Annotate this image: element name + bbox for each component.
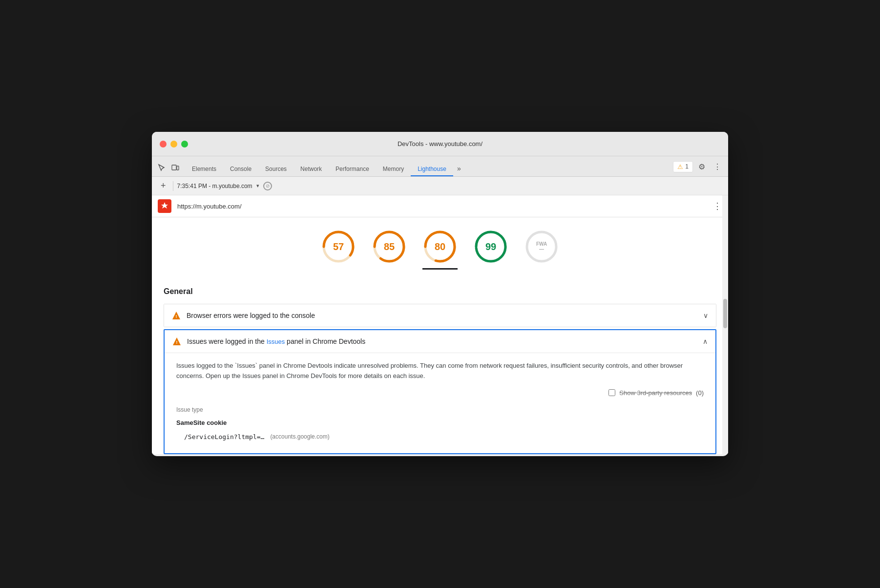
issue-type-header: Issue type [176,404,704,417]
svg-rect-1 [177,166,179,170]
svg-text:!: ! [176,340,178,345]
score-99-value: 99 [485,241,496,252]
subbar-url: 7:35:41 PM - m.youtube.com [177,183,252,189]
more-options-button[interactable]: ⋮ [711,160,724,173]
warning-triangle-icon-2: ! [172,337,181,346]
scores-section: 57 85 [152,217,728,277]
samesite-header: SameSite cookie [176,417,704,430]
lighthouse-url: https://m.youtube.com/ [177,203,713,210]
score-57-circle: 57 [321,229,356,264]
main-content: https://m.youtube.com/ ⋮ 57 [152,195,728,454]
general-title: General [164,277,716,304]
url-row: /ServiceLogin?ltmpl=… (accounts.google.c… [176,430,704,443]
more-tabs-button[interactable]: » [453,162,465,176]
scrollbar-thumb[interactable] [723,299,727,328]
close-button[interactable] [160,141,167,147]
tab-sources[interactable]: Sources [258,156,293,176]
cursor-icon[interactable] [156,162,168,173]
divider [173,181,173,191]
tab-lighthouse[interactable]: Lighthouse [411,156,453,176]
svg-rect-0 [172,165,176,170]
tab-network[interactable]: Network [293,156,329,176]
active-score-underline [422,268,458,270]
third-party-label: Show 3rd-party resources [619,389,692,397]
lighthouse-header: https://m.youtube.com/ ⋮ [152,195,728,217]
score-80-value: 80 [435,241,445,252]
new-tab-button[interactable]: + [158,180,169,192]
window-title: DevTools - www.youtube.com/ [398,140,482,147]
svg-text:!: ! [176,314,177,319]
issue-table: Issue type SameSite cookie /ServiceLogin… [176,404,704,443]
lighthouse-more-button[interactable]: ⋮ [713,201,722,211]
score-fwa-container: FWA— [524,229,559,270]
devtools-tab-bar: Elements Console Sources Network Perform… [152,156,728,177]
tab-elements[interactable]: Elements [185,156,223,176]
accordion-browser-errors-header[interactable]: ! Browser errors were logged to the cons… [164,304,716,327]
third-party-row: Show 3rd-party resources (0) [176,389,704,397]
settings-button[interactable]: ⚙ [695,160,709,173]
url-domain: (accounts.google.com) [270,433,329,440]
no-throttle-icon[interactable]: ⊘ [263,182,272,190]
score-57-container: 57 [321,229,356,270]
svg-point-10 [527,232,556,261]
subbar: + 7:35:41 PM - m.youtube.com ▾ ⊘ [152,177,728,195]
chevron-down-icon[interactable]: ∨ [703,312,708,319]
third-party-checkbox-label[interactable]: Show 3rd-party resources (0) [608,389,704,397]
tab-memory[interactable]: Memory [376,156,411,176]
issues-link[interactable]: Issues [267,338,285,345]
minimize-button[interactable] [170,141,177,147]
accordion-issues-header[interactable]: ! Issues were logged in the Issues panel… [165,330,715,353]
general-section: General ! Browser errors were logged to … [152,277,728,454]
score-80-container: 80 [422,229,458,270]
device-toggle-icon[interactable] [169,162,181,173]
accordion-issues-title: Issues were logged in the Issues panel i… [187,337,697,345]
url-dropdown-arrow[interactable]: ▾ [256,183,259,189]
url-path[interactable]: /ServiceLogin?ltmpl=… [184,433,264,441]
lighthouse-logo [158,199,171,213]
score-85-value: 85 [384,241,395,252]
accordion-issues-description: Issues logged to the `Issues` panel in C… [176,361,704,381]
devtools-window: DevTools - www.youtube.com/ Elements Con… [152,132,728,456]
accordion-browser-errors: ! Browser errors were logged to the cons… [164,304,716,327]
third-party-checkbox[interactable] [608,389,615,396]
accordion-issues-body: Issues logged to the `Issues` panel in C… [165,353,715,453]
score-85-circle: 85 [372,229,407,264]
warning-triangle-icon: ! [172,311,181,320]
score-fwa-circle: FWA— [524,229,559,264]
accordion-issues-logged: ! Issues were logged in the Issues panel… [164,329,716,454]
tab-performance[interactable]: Performance [329,156,376,176]
title-bar: DevTools - www.youtube.com/ [152,132,728,156]
tab-right-icons: ⚠ 1 ⚙ ⋮ [673,160,724,176]
score-99-circle: 99 [473,229,508,264]
score-80-circle: 80 [422,229,458,264]
score-85-container: 85 [372,229,407,270]
score-99-container: 99 [473,229,508,270]
chevron-up-icon[interactable]: ∧ [703,337,708,345]
warning-icon: ⚠ [677,163,683,170]
score-57-value: 57 [333,241,344,252]
accordion-browser-errors-title: Browser errors were logged to the consol… [187,312,697,319]
maximize-button[interactable] [181,141,188,147]
window-controls [160,141,188,147]
warning-badge[interactable]: ⚠ 1 [673,161,693,172]
third-party-count: (0) [696,389,704,397]
tab-left-icons [156,162,181,176]
scrollbar-track [722,195,728,454]
tab-console[interactable]: Console [223,156,258,176]
